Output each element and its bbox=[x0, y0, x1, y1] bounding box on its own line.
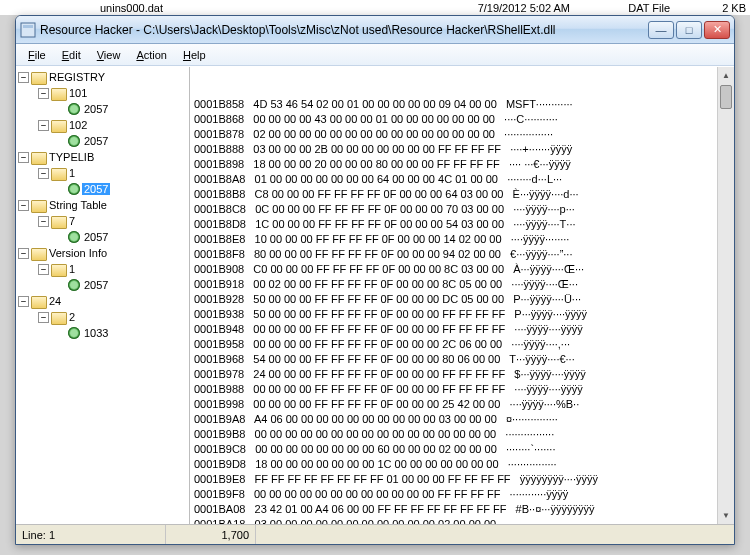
folder-icon bbox=[31, 151, 45, 163]
status-chars: 1,700 bbox=[166, 525, 256, 544]
folder-icon bbox=[31, 199, 45, 211]
menu-action[interactable]: Action bbox=[128, 47, 175, 63]
tree-label: REGISTRY bbox=[47, 71, 107, 83]
tree-label: 1033 bbox=[82, 327, 110, 339]
menu-view[interactable]: View bbox=[89, 47, 129, 63]
resource-icon bbox=[68, 327, 80, 339]
scroll-thumb[interactable] bbox=[720, 85, 732, 109]
explorer-file-row[interactable]: unins000.dat 7/19/2012 5:02 AM DAT File … bbox=[0, 0, 750, 15]
file-size: 2 KB bbox=[722, 2, 746, 14]
resource-icon bbox=[68, 135, 80, 147]
tree-label: 2057 bbox=[82, 231, 110, 243]
tree-node-7[interactable]: −7 bbox=[16, 213, 189, 229]
folder-icon bbox=[51, 215, 65, 227]
tree-leaf[interactable]: 2057 bbox=[16, 133, 189, 149]
tree-label: Version Info bbox=[47, 247, 109, 259]
tree-node-24[interactable]: −24 bbox=[16, 293, 189, 309]
tree-label: 2 bbox=[67, 311, 77, 323]
resource-tree[interactable]: −REGISTRY −101 2057 −102 2057 −TYPELIB −… bbox=[16, 67, 190, 524]
close-button[interactable]: ✕ bbox=[704, 21, 730, 39]
resource-icon bbox=[68, 103, 80, 115]
statusbar: Line: 1 1,700 bbox=[16, 524, 734, 544]
tree-label: 2057 bbox=[82, 279, 110, 291]
tree-leaf[interactable]: 2057 bbox=[16, 101, 189, 117]
menu-help[interactable]: Help bbox=[175, 47, 214, 63]
tree-label: 102 bbox=[67, 119, 89, 131]
collapse-icon[interactable]: − bbox=[38, 88, 49, 99]
tree-label: 2057 bbox=[82, 103, 110, 115]
collapse-icon[interactable]: − bbox=[18, 72, 29, 83]
tree-label: 2057 bbox=[82, 183, 110, 195]
collapse-icon[interactable]: − bbox=[18, 200, 29, 211]
titlebar[interactable]: Resource Hacker - C:\Users\Jack\Desktop\… bbox=[16, 16, 734, 44]
tree-label: 7 bbox=[67, 215, 77, 227]
resource-icon bbox=[68, 279, 80, 291]
tree-label: 101 bbox=[67, 87, 89, 99]
scrollbar[interactable]: ▲ ▼ bbox=[717, 67, 734, 524]
tree-label: 2057 bbox=[82, 135, 110, 147]
collapse-icon[interactable]: − bbox=[18, 296, 29, 307]
folder-icon bbox=[31, 247, 45, 259]
file-date: 7/19/2012 5:02 AM bbox=[478, 2, 570, 14]
svg-rect-1 bbox=[23, 25, 33, 28]
app-window: Resource Hacker - C:\Users\Jack\Desktop\… bbox=[15, 15, 735, 545]
collapse-icon[interactable]: − bbox=[38, 264, 49, 275]
folder-icon bbox=[31, 295, 45, 307]
tree-node-typelib[interactable]: −TYPELIB bbox=[16, 149, 189, 165]
tree-leaf[interactable]: 2057 bbox=[16, 229, 189, 245]
maximize-button[interactable]: □ bbox=[676, 21, 702, 39]
menubar: File Edit View Action Help bbox=[16, 44, 734, 66]
folder-icon bbox=[31, 71, 45, 83]
status-line: Line: 1 bbox=[16, 525, 166, 544]
tree-leaf[interactable]: 2057 bbox=[16, 277, 189, 293]
collapse-icon[interactable]: − bbox=[38, 312, 49, 323]
menu-file[interactable]: File bbox=[20, 47, 54, 63]
app-icon bbox=[20, 22, 36, 38]
minimize-button[interactable]: — bbox=[648, 21, 674, 39]
resource-icon bbox=[68, 231, 80, 243]
collapse-icon[interactable]: − bbox=[18, 152, 29, 163]
tree-node-2[interactable]: −2 bbox=[16, 309, 189, 325]
folder-icon bbox=[51, 311, 65, 323]
tree-label: TYPELIB bbox=[47, 151, 96, 163]
tree-leaf[interactable]: 1033 bbox=[16, 325, 189, 341]
hex-view[interactable]: 0001B858 4D 53 46 54 02 00 01 00 00 00 0… bbox=[190, 67, 734, 524]
folder-icon bbox=[51, 263, 65, 275]
file-name: unins000.dat bbox=[100, 2, 163, 14]
tree-label: 1 bbox=[67, 263, 77, 275]
collapse-icon[interactable]: − bbox=[38, 168, 49, 179]
tree-node-versioninfo[interactable]: −Version Info bbox=[16, 245, 189, 261]
tree-node-101[interactable]: −101 bbox=[16, 85, 189, 101]
tree-label: 24 bbox=[47, 295, 63, 307]
tree-node-stringtable[interactable]: −String Table bbox=[16, 197, 189, 213]
tree-label: String Table bbox=[47, 199, 109, 211]
collapse-icon[interactable]: − bbox=[38, 120, 49, 131]
collapse-icon[interactable]: − bbox=[18, 248, 29, 259]
file-type: DAT File bbox=[628, 2, 670, 14]
tree-node-registry[interactable]: −REGISTRY bbox=[16, 69, 189, 85]
collapse-icon[interactable]: − bbox=[38, 216, 49, 227]
tree-node-1[interactable]: −1 bbox=[16, 165, 189, 181]
menu-edit[interactable]: Edit bbox=[54, 47, 89, 63]
scroll-down-icon[interactable]: ▼ bbox=[718, 507, 734, 524]
scroll-up-icon[interactable]: ▲ bbox=[718, 67, 734, 84]
resource-icon bbox=[68, 183, 80, 195]
window-title: Resource Hacker - C:\Users\Jack\Desktop\… bbox=[40, 23, 648, 37]
tree-node-102[interactable]: −102 bbox=[16, 117, 189, 133]
tree-label: 1 bbox=[67, 167, 77, 179]
folder-icon bbox=[51, 87, 65, 99]
tree-node-1b[interactable]: −1 bbox=[16, 261, 189, 277]
tree-leaf-selected[interactable]: 2057 bbox=[16, 181, 189, 197]
folder-icon bbox=[51, 167, 65, 179]
folder-icon bbox=[51, 119, 65, 131]
